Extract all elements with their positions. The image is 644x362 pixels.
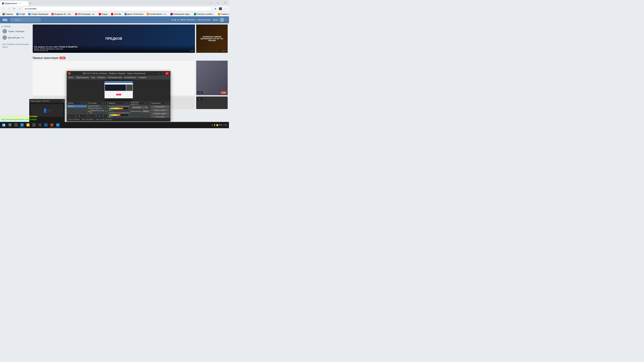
vk-search-input[interactable] xyxy=(14,19,39,21)
obs-menu-tools[interactable]: Инструменты xyxy=(123,76,138,79)
bookmark-watch[interactable]: Смотреть онлайн /... xyxy=(193,13,216,15)
side-video-thumb[interactable]: КИТАЙСКАЯ ЧАЙНАЯ ЦЕРЕМОНИЯ «ГУН ФУ ЧА» О… xyxy=(196,24,228,53)
bookmark-vk-denis[interactable]: Денис Скопиченко xyxy=(123,13,145,15)
taskbar-chrome-2[interactable]: 🌐 xyxy=(55,122,61,128)
obs-mute-speaker-1[interactable]: 🔊 xyxy=(109,109,111,111)
forward-button[interactable]: → xyxy=(6,6,11,11)
obs-controls-close-icon[interactable]: ✕ xyxy=(167,102,169,104)
taskbar-browser[interactable]: 🌐 xyxy=(19,122,25,128)
obs-source-remove-icon[interactable]: − xyxy=(91,115,94,117)
obs-menu-view[interactable]: Вид xyxy=(90,76,96,79)
obs-scenes-expand-icon[interactable]: ⇱ xyxy=(81,102,84,104)
sidebar-item-1[interactable]: Тюрки. Поговори... xyxy=(1,28,30,34)
player-play-icon[interactable]: ▶ xyxy=(174,19,176,21)
bookmark-donation-alerts[interactable]: DonationAlerts – гл... xyxy=(146,13,168,15)
obs-duration-input[interactable] xyxy=(142,110,150,112)
obs-transitions-expand-icon[interactable]: ⇱ xyxy=(144,102,146,104)
bookmark-services[interactable]: Сервисы xyxy=(1,13,14,15)
obs-source-sponsor-eye[interactable]: 👁 xyxy=(105,111,106,112)
taskbar-settings[interactable]: ⚙ xyxy=(31,122,37,128)
live-side-card[interactable]: Live LIVE xyxy=(196,61,228,95)
active-tab[interactable]: Видеокаталог ✕ xyxy=(0,1,28,6)
obs-settings-button[interactable]: Настройки xyxy=(151,116,169,117)
obs-mute-speaker-2[interactable]: 🔊 xyxy=(109,116,111,117)
extensions-icon[interactable]: ⬛ xyxy=(218,6,223,11)
taskbar-obs[interactable]: ● xyxy=(49,122,55,128)
obs-scene-add-icon[interactable]: + xyxy=(67,115,70,117)
obs-scene-down-icon[interactable]: ▼ xyxy=(78,115,81,117)
obs-menu-scenes[interactable]: Коллекция сцен xyxy=(107,76,123,79)
vk-user-avatar[interactable] xyxy=(220,17,224,22)
sidebar-link-dev[interactable]: Разработчикам xyxy=(7,43,20,45)
obs-source-up-icon[interactable]: ▲ xyxy=(98,115,101,117)
obs-menu-help[interactable]: Справка xyxy=(138,76,148,79)
bookmark-google[interactable]: Google xyxy=(15,13,26,15)
taskbar-search[interactable]: 🔍 xyxy=(7,122,13,128)
main-video-thumb[interactable]: ПРЕДКОВ Зов предков: кто кого зовет? [ПА… xyxy=(33,24,195,53)
reload-button[interactable]: ↻ xyxy=(12,6,16,11)
settings-icon[interactable]: ⋮ xyxy=(223,6,228,11)
obs-connect-button[interactable]: Соединение... xyxy=(151,105,169,108)
obs-minimize-button[interactable]: — xyxy=(157,72,161,75)
obs-mixer-expand-icon[interactable]: ⇱ xyxy=(124,102,126,104)
new-tab-button[interactable]: + xyxy=(28,1,33,6)
taskbar-email[interactable]: ✉ xyxy=(43,122,49,128)
taskbar-task-view[interactable]: ⬛ xyxy=(13,122,19,128)
bookmark-gmail1[interactable]: Входящие (5) - rati... xyxy=(50,13,73,15)
obs-scene-up-icon[interactable]: ▲ xyxy=(74,115,77,117)
sidebar-item-2[interactable]: Детский дом. "Н... xyxy=(1,34,30,41)
bookmark-yandex[interactable]: Яндекс xyxy=(98,13,109,15)
bookmark-star-icon[interactable]: ★ xyxy=(213,6,218,11)
sidebar-link-ads[interactable]: Реклама xyxy=(21,43,29,45)
radio-close-button[interactable]: ✕ xyxy=(62,100,64,102)
obs-source-text-eye[interactable]: 👁 xyxy=(100,107,102,109)
obs-scene-item-1[interactable]: Сцена xyxy=(67,105,87,107)
vk-user-dropdown-icon[interactable]: ▾ xyxy=(226,19,226,21)
obs-source-sponsor[interactable]: 🔒 Щедрый спонсор Д... 👁 xyxy=(88,109,107,113)
sidebar-link-more[interactable]: Ещё ▾ xyxy=(2,46,8,48)
obs-source-discord[interactable]: 🔒 DISCORD 👁 xyxy=(88,105,107,107)
start-button[interactable] xyxy=(1,122,7,128)
obs-close-button[interactable]: ✕ xyxy=(165,72,169,75)
obs-source-down-icon[interactable]: ▼ xyxy=(102,115,104,117)
vk-search-box[interactable]: 🔍 xyxy=(10,17,41,22)
obs-source-add-icon[interactable]: + xyxy=(88,115,91,117)
tab-close-button[interactable]: ✕ xyxy=(19,2,21,5)
obs-mixer-settings-1[interactable]: ⚙ xyxy=(111,109,113,111)
bookmark-gmail2[interactable]: (86) Входящие - рт... xyxy=(74,13,97,15)
bookmark-youtube[interactable]: YouTube xyxy=(110,13,122,15)
obs-studio-mode-button[interactable]: Режим студии xyxy=(151,112,169,115)
bookmark-media[interactable]: Размещение меди... xyxy=(169,13,192,15)
taskbar-player[interactable]: 🎵 xyxy=(37,122,43,128)
taskbar-explorer[interactable]: 📁 xyxy=(25,122,31,128)
obs-menu-profile[interactable]: Профиль xyxy=(96,76,107,79)
bookmark-keys[interactable]: Свежие ключи для... xyxy=(217,13,229,15)
obs-sources-expand-icon[interactable]: ⇱ xyxy=(102,102,104,104)
back-button[interactable]: ← xyxy=(1,6,6,11)
close-button[interactable]: ✕ xyxy=(222,0,229,6)
obs-start-record-button[interactable]: Начать запись xyxy=(151,109,169,112)
bookmark-translate[interactable]: Google Переводчик xyxy=(27,13,50,15)
obs-source-eye-icon[interactable]: 👁 xyxy=(98,105,100,107)
obs-source-text[interactable]: 🔒 Текст (GDI+) 👁 xyxy=(88,107,107,109)
obs-source-settings-icon[interactable]: ⚙ xyxy=(94,115,98,117)
obs-menu-edit[interactable]: Редактировать xyxy=(75,76,90,79)
obs-mixer-settings-2[interactable]: ⚙ xyxy=(111,116,113,117)
obs-scenes-close-icon[interactable]: ✕ xyxy=(84,102,86,104)
obs-scene-remove-icon[interactable]: − xyxy=(71,115,74,117)
obs-transitions-close-icon[interactable]: ✕ xyxy=(147,102,149,104)
second-side-thumb[interactable]: 16+ xyxy=(196,96,228,109)
home-button[interactable]: ⌂ xyxy=(17,6,22,11)
obs-transition-select[interactable]: Затухание xyxy=(132,106,148,109)
obs-menu-file[interactable]: Файл xyxy=(68,76,75,79)
player-prev-icon[interactable]: ⏮ xyxy=(172,19,173,21)
obs-maximize-button[interactable]: □ xyxy=(161,72,165,75)
address-input[interactable] xyxy=(23,6,212,11)
minimize-button[interactable]: — xyxy=(207,0,214,6)
obs-mixer-close-icon[interactable]: ✕ xyxy=(126,102,128,104)
obs-sources-close-icon[interactable]: ✕ xyxy=(104,102,106,104)
obs-controls-expand-icon[interactable]: ⇱ xyxy=(164,102,167,104)
sidebar-back-button[interactable]: ▲ Наверх xyxy=(1,24,30,28)
sidebar-link-blog[interactable]: Блог xyxy=(2,43,6,45)
player-next-icon[interactable]: ⏭ xyxy=(177,19,179,21)
